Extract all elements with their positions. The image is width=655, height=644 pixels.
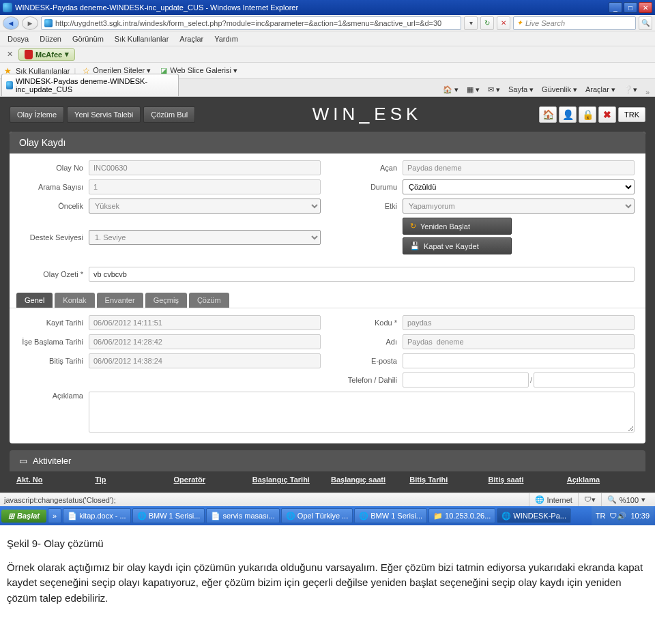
mcafee-label: McAfee (35, 50, 62, 59)
exit-button[interactable]: ✖ (598, 106, 616, 123)
tab-cozum[interactable]: Çözüm (189, 293, 229, 308)
search-go-button[interactable]: 🔍 (639, 16, 652, 30)
menu-file[interactable]: Dosya (3, 33, 33, 44)
ozet-input[interactable] (89, 267, 635, 282)
task-2[interactable]: 🌐BMW 1 Serisi... (132, 508, 205, 523)
tray-icons[interactable]: 🛡🔊 (609, 512, 626, 521)
kayit-label: Kayıt Tarihi (20, 319, 89, 327)
ise-input[interactable] (89, 334, 321, 349)
task-6[interactable]: 📁10.253.0.26... (428, 508, 495, 523)
tab-envanter[interactable]: Envanter (97, 293, 143, 308)
aciklama-textarea[interactable] (89, 392, 635, 433)
bitis-input[interactable] (89, 353, 321, 368)
destek-select[interactable]: 1. Seviye (89, 230, 321, 245)
safety-menu[interactable]: Güvenlik ▾ (538, 83, 581, 96)
tab-gecmis[interactable]: Geçmiş (145, 293, 187, 308)
language-button[interactable]: TRK (618, 107, 645, 122)
minimize-button[interactable]: _ (609, 2, 622, 13)
olay-no-input[interactable] (89, 160, 321, 175)
col-bassaat[interactable]: Başlangıç saati (331, 475, 403, 484)
status-zoom[interactable]: 🔍 %100 ▾ (601, 493, 651, 506)
kodu-input[interactable] (403, 315, 635, 330)
bitis-label: Bitiş Tarihi (20, 357, 89, 365)
task-3[interactable]: 📄servis masası... (206, 508, 279, 523)
menu-favorites[interactable]: Sık Kullanılanlar (110, 33, 174, 44)
menu-help[interactable]: Yardım (209, 33, 243, 44)
oncelik-select[interactable]: Yüksek (89, 199, 321, 214)
ie-status-bar: javascript:changestatus('Closed'); 🌐Inte… (0, 493, 655, 506)
nav-olay-izleme[interactable]: Olay İzleme (10, 106, 64, 123)
menu-view[interactable]: Görünüm (68, 33, 108, 44)
status-zone[interactable]: 🌐Internet (529, 493, 578, 506)
yeniden-baslat-button[interactable]: ↻Yeniden Başlat (403, 218, 512, 235)
destek-label: Destek Seviyesi (20, 233, 89, 241)
home-icon[interactable]: 🏠 ▾ (439, 83, 463, 96)
nav-yeni-servis[interactable]: Yeni Servis Talebi (67, 106, 141, 123)
feeds-icon[interactable]: ▦ ▾ (463, 83, 484, 96)
windows-taskbar: ⊞Başlat » 📄kitap.docx - ... 🌐BMW 1 Seris… (0, 506, 655, 525)
overflow-icon[interactable]: » (641, 88, 654, 96)
forward-button[interactable]: ► (22, 16, 38, 30)
help-icon[interactable]: ❔▾ (620, 83, 641, 96)
etki-select[interactable]: Yapamıyorum (403, 199, 635, 214)
mcafee-toolbar[interactable]: McAfee ▾ (18, 48, 75, 61)
aktiviteler-header[interactable]: ▭ Aktiviteler (10, 450, 645, 471)
lock-button[interactable]: 🔒 (579, 106, 596, 123)
acan-input[interactable] (403, 160, 635, 175)
telefon-input[interactable] (403, 372, 529, 387)
system-tray[interactable]: TR 🛡🔊 10:39 (592, 506, 654, 525)
back-button[interactable]: ◄ (3, 16, 19, 30)
task-7[interactable]: 🌐WINDESK-Pa... (497, 508, 571, 523)
task-4[interactable]: 🌐Opel Türkiye ... (281, 508, 353, 523)
address-bar[interactable]: http://uygdnett3.sgk.intra/windesk/form_… (41, 16, 461, 30)
page-content: Olay İzleme Yeni Servis Talebi Çözüm Bul… (0, 97, 655, 493)
home-button[interactable]: 🏠 (539, 106, 557, 123)
col-aktno[interactable]: Akt. No (16, 475, 88, 484)
dahili-input[interactable] (534, 372, 635, 387)
col-tip[interactable]: Tip (95, 475, 166, 484)
app-logo: WIN⎯ESK (195, 104, 539, 125)
col-operator[interactable]: Operatör (174, 475, 246, 484)
col-bitsaat[interactable]: Bitiş saati (489, 475, 560, 484)
user-button[interactable]: 👤 (559, 106, 577, 123)
adi-input[interactable] (403, 334, 635, 349)
stop-button[interactable]: ✕ (497, 16, 510, 30)
tray-lang[interactable]: TR (596, 512, 606, 520)
browser-tab[interactable]: WINDESK-Paydas deneme-WINDESK-inc_update… (1, 74, 179, 96)
status-text: javascript:changestatus('Closed'); (4, 496, 116, 504)
task-1[interactable]: 📄kitap.docx - ... (63, 508, 130, 523)
shield-icon (25, 50, 33, 59)
tools-menu[interactable]: Araçlar ▾ (581, 83, 620, 96)
address-dropdown[interactable]: ▾ (464, 16, 478, 30)
acan-label: Açan (334, 164, 403, 172)
nav-cozum-bul[interactable]: Çözüm Bul (143, 106, 195, 123)
olay-no-label: Olay No (20, 164, 89, 172)
tab-genel[interactable]: Genel (16, 293, 53, 308)
olay-kaydi-card: Olay Kaydı Olay No Açan Arama Sayısı Dur… (10, 132, 645, 443)
search-field[interactable]: ✦ Live Search (513, 16, 636, 30)
col-bastarih[interactable]: Başlangıç Tarihi (252, 475, 324, 484)
durum-select[interactable]: Çözüldü (403, 179, 635, 194)
eposta-input[interactable] (403, 353, 635, 368)
arama-input[interactable] (89, 179, 321, 194)
refresh-button[interactable]: ↻ (480, 16, 494, 30)
tab-kontak[interactable]: Kontak (55, 293, 94, 308)
kapat-kaydet-button[interactable]: 💾Kapat ve Kaydet (403, 237, 512, 254)
minus-icon: ▭ (19, 456, 27, 466)
start-button[interactable]: ⊞Başlat (1, 510, 46, 523)
quicklaunch[interactable]: » (48, 508, 61, 523)
read-mail-icon[interactable]: ✉ ▾ (484, 83, 504, 96)
task-5[interactable]: 🌐BMW 1 Serisi... (354, 508, 427, 523)
ie-menu-row: Dosya Düzen Görünüm Sık Kullanılanlar Ar… (0, 31, 655, 46)
menu-tools[interactable]: Araçlar (175, 33, 208, 44)
kayit-input[interactable] (89, 315, 321, 330)
col-bittarih[interactable]: Bitiş Tarihi (409, 475, 481, 484)
page-menu[interactable]: Sayfa ▾ (504, 83, 538, 96)
close-x-icon[interactable]: ✕ (3, 50, 17, 59)
menu-edit[interactable]: Düzen (35, 33, 66, 44)
status-protected[interactable]: 🛡▾ (578, 493, 601, 506)
close-button[interactable]: ✕ (639, 2, 652, 13)
col-aciklama[interactable]: Açıklama (567, 475, 639, 484)
document-text: Şekil 9- Olay çözümü Örnek olarak açtığı… (0, 525, 655, 617)
maximize-button[interactable]: □ (624, 2, 637, 13)
